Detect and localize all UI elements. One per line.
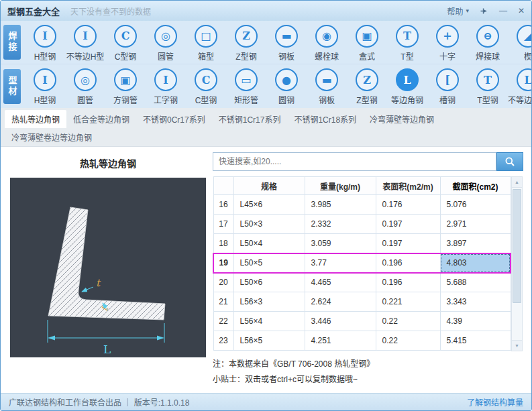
search-button[interactable] <box>496 152 523 171</box>
ribbon-icon-箱型[interactable]: □箱型 <box>186 23 226 62</box>
category-tabbar: 热轧等边角钢低合金等边角钢不锈钢0Cr17系列不锈钢1Cr17系列不锈钢1Cr1… <box>1 108 531 147</box>
cell-weight[interactable]: 2.624 <box>305 292 376 312</box>
ribbon-icon-T型[interactable]: TT型 <box>387 23 427 62</box>
cell-num[interactable]: 19 <box>213 253 233 273</box>
ribbon-icon-C型钢[interactable]: CC型钢 <box>186 67 226 105</box>
ribbon-icon-钢板[interactable]: ▬钢板 <box>307 67 347 105</box>
ribbon-icon-H型钢[interactable]: IH型钢 <box>25 23 65 62</box>
cell-weight[interactable]: 3.446 <box>305 312 376 331</box>
ribbon-icon-盒式[interactable]: ▣盒式 <box>347 23 387 62</box>
ribbon-icon-工字钢[interactable]: I工字钢 <box>146 67 186 105</box>
cell-num[interactable]: 23 <box>213 331 233 351</box>
ribbon-icon-钢板[interactable]: ▬钢板 <box>266 23 307 62</box>
table-scrollbar[interactable]: ▲ ▼ <box>511 176 523 351</box>
ribbon-icon-不等边H型[interactable]: I不等边H型 <box>65 23 105 62</box>
cell-weight[interactable]: 3.985 <box>305 195 376 215</box>
cell-section[interactable]: 3.897 <box>440 234 511 253</box>
cell-num[interactable]: 16 <box>213 195 233 215</box>
group-tab-welding[interactable]: 焊接 <box>3 25 21 60</box>
cell-section[interactable]: 4.803 <box>440 253 511 273</box>
cell-num[interactable]: 20 <box>213 273 233 292</box>
statusbar: 广联达钢结构和工作台联合出品 ｜ 版本号:1.1.0.18 了解钢结构算量 <box>1 393 531 410</box>
cell-num[interactable]: 17 <box>213 215 233 234</box>
cell-section[interactable]: 5.415 <box>440 331 511 351</box>
ribbon-icon-label: Z型钢 <box>347 94 387 105</box>
cell-surface[interactable]: 0.22 <box>376 331 440 351</box>
group-tab-profiles[interactable]: 型材 <box>3 69 21 104</box>
cell-surface[interactable]: 0.176 <box>376 195 440 215</box>
tab-热轧等边角钢[interactable]: 热轧等边角钢 <box>5 110 66 128</box>
cell-weight[interactable]: 4.465 <box>305 273 376 292</box>
cell-spec[interactable]: L50×3 <box>233 215 305 234</box>
ribbon-icon-C型钢[interactable]: CC型钢 <box>105 23 146 62</box>
ribbon-icon-圆钢[interactable]: ●圆钢 <box>266 67 307 105</box>
cell-spec[interactable]: L56×4 <box>233 312 305 331</box>
cell-section[interactable]: 2.971 <box>440 215 511 234</box>
ribbon-icon-等边角钢[interactable]: L等边角钢 <box>387 67 427 105</box>
ribbon-icon-螺栓球[interactable]: ◉螺栓球 <box>307 23 347 62</box>
ribbon-icon-楔[interactable]: ◢楔 <box>508 23 531 62</box>
cell-weight[interactable]: 4.251 <box>305 331 376 351</box>
cell-weight[interactable]: 3.77 <box>305 253 376 273</box>
header-规格[interactable]: 规格 <box>233 177 305 195</box>
tab-冷弯薄壁等边角钢[interactable]: 冷弯薄壁等边角钢 <box>363 110 441 128</box>
cell-spec[interactable]: L50×6 <box>233 273 305 292</box>
minimize-button[interactable]: — <box>499 6 507 15</box>
cell-section[interactable]: 3.343 <box>440 292 511 312</box>
notes: 注：本数据来自《GB/T 706-2008 热轧型钢》 小贴士：双击或者ctrl… <box>213 357 523 388</box>
cell-surface[interactable]: 0.221 <box>376 292 440 312</box>
table-row-19: 19L50×53.770.1964.803 <box>213 253 511 273</box>
cell-surface[interactable]: 0.22 <box>376 312 440 331</box>
cell-surface[interactable]: 0.196 <box>376 253 440 273</box>
ribbon-icon-Z型钢[interactable]: ZZ型钢 <box>226 23 266 62</box>
ribbon-icon-圆管[interactable]: ◎圆管 <box>65 67 105 105</box>
cell-section[interactable]: 4.39 <box>440 312 511 331</box>
ribbon-icon-不等边角钢[interactable]: L不等边角钢 <box>508 67 531 105</box>
header-截面积(cm2)[interactable]: 截面积(cm2) <box>440 177 511 195</box>
cell-weight[interactable]: 3.059 <box>305 234 376 253</box>
tab-不锈钢0Cr17系列[interactable]: 不锈钢0Cr17系列 <box>136 110 212 128</box>
cell-num[interactable]: 21 <box>213 292 233 312</box>
tab-不锈钢1Cr17系列[interactable]: 不锈钢1Cr17系列 <box>212 110 288 128</box>
header-重量(kg/m)[interactable]: 重量(kg/m) <box>305 177 376 195</box>
tab-低合金等边角钢[interactable]: 低合金等边角钢 <box>66 110 136 128</box>
cell-surface[interactable]: 0.197 <box>376 234 440 253</box>
statusbar-link[interactable]: 了解钢结构算量 <box>467 396 523 408</box>
search-input[interactable] <box>213 152 496 171</box>
cell-spec[interactable]: L50×5 <box>233 253 305 273</box>
ribbon-icon-H型钢[interactable]: IH型钢 <box>25 67 65 105</box>
header-表面积(m2/m)[interactable]: 表面积(m2/m) <box>376 177 440 195</box>
cell-spec[interactable]: L56×3 <box>233 292 305 312</box>
ribbon-icon-十字[interactable]: +十字 <box>427 23 468 62</box>
table-header-row: 规格重量(kg/m)表面积(m2/m)截面积(cm2) <box>213 177 511 195</box>
ribbon-icon-Z型钢[interactable]: ZZ型钢 <box>347 67 387 105</box>
ribbon-icon-T型钢[interactable]: TT型钢 <box>468 67 508 105</box>
section-shape-icon: ▬ <box>315 68 338 91</box>
tab-不锈钢1Cr18系列[interactable]: 不锈钢1Cr18系列 <box>287 110 363 128</box>
scroll-up-button[interactable]: ▲ <box>512 177 522 188</box>
cell-section[interactable]: 5.688 <box>440 273 511 292</box>
ribbon-icon-槽钢[interactable]: [槽钢 <box>427 67 468 105</box>
pin-button[interactable] <box>480 7 488 15</box>
ribbon-icon-label: 工字钢 <box>146 94 186 105</box>
cell-num[interactable]: 22 <box>213 312 233 331</box>
cell-spec[interactable]: L56×5 <box>233 331 305 351</box>
close-button[interactable]: ✕ <box>518 6 525 15</box>
ribbon-icon-焊接球[interactable]: ⊖焊接球 <box>468 23 508 62</box>
ribbon-icon-圆管[interactable]: ◎圆管 <box>146 23 186 62</box>
cell-spec[interactable]: L50×4 <box>233 234 305 253</box>
ribbon-icon-方钢管[interactable]: ▣方钢管 <box>105 67 146 105</box>
cell-spec[interactable]: L45×6 <box>233 195 305 215</box>
scroll-down-button[interactable]: ▼ <box>512 340 522 351</box>
cell-section[interactable]: 5.076 <box>440 195 511 215</box>
help-button[interactable]: 帮助 ▾ <box>447 5 469 17</box>
cell-weight[interactable]: 2.332 <box>305 215 376 234</box>
tab-冷弯薄壁卷边等边角钢[interactable]: 冷弯薄壁卷边等边角钢 <box>5 128 99 146</box>
header-row-number[interactable] <box>213 177 233 195</box>
scrollbar-thumb[interactable] <box>513 189 521 303</box>
cell-num[interactable]: 18 <box>213 234 233 253</box>
cell-surface[interactable]: 0.196 <box>376 273 440 292</box>
ribbon-icon-矩形管[interactable]: ▭矩形管 <box>226 67 266 105</box>
tab-row-1: 热轧等边角钢低合金等边角钢不锈钢0Cr17系列不锈钢1Cr17系列不锈钢1Cr1… <box>5 110 527 128</box>
cell-surface[interactable]: 0.197 <box>376 215 440 234</box>
